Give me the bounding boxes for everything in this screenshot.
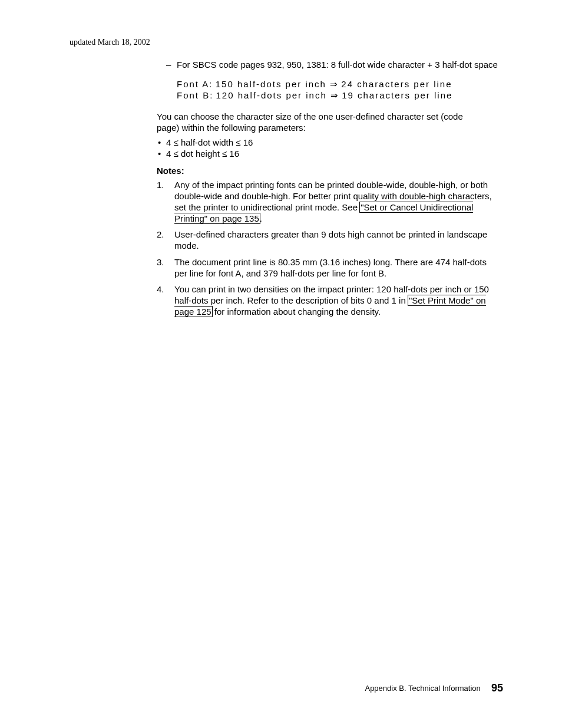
font-b-label: Font B: — [177, 90, 213, 100]
font-a-label: Font A: — [177, 79, 213, 89]
header-date: updated March 18, 2002 — [70, 37, 150, 48]
note1-post: . — [260, 213, 262, 223]
note4-post: for information about changing the densi… — [212, 307, 381, 317]
intro-paragraph: You can choose the character size of the… — [157, 111, 501, 133]
list-number: 1. — [157, 179, 164, 190]
footer-page-number: 95 — [491, 682, 503, 694]
bullet-list: • 4 ≤ half-dot width ≤ 16 • 4 ≤ dot heig… — [157, 137, 501, 159]
dash-icon: – — [166, 59, 171, 70]
arrow-icon: ⇒ — [330, 90, 338, 100]
bullet-icon: • — [158, 137, 161, 148]
list-number: 3. — [157, 256, 164, 268]
bullet-item: • 4 ≤ dot height ≤ 16 — [157, 148, 501, 159]
dash-list-item: – For SBCS code pages 932, 950, 1381: 8 … — [157, 59, 501, 70]
font-b-line: Font B: 120 half-dots per inch ⇒ 19 char… — [177, 90, 501, 101]
font-a-dpi: 150 half-dots per inch — [216, 79, 326, 89]
note-item-2: 2. User-defined characters greater than … — [157, 229, 501, 251]
arrow-icon: ⇒ — [330, 79, 338, 89]
para1-line2: page) within the following parameters: — [157, 122, 501, 133]
list-number: 2. — [157, 229, 164, 240]
notes-heading: Notes: — [157, 165, 501, 176]
note-item-4: 4. You can print in two densities on the… — [157, 284, 501, 318]
note-item-1: 1. Any of the impact printing fonts can … — [157, 179, 501, 225]
font-b-dpi: 120 half-dots per inch — [216, 90, 327, 100]
bullet-text: 4 ≤ dot height ≤ 16 — [166, 149, 239, 159]
note3-text: The document print line is 80.35 mm (3.1… — [174, 257, 487, 278]
page-footer: Appendix B. Technical Information 95 — [0, 681, 562, 695]
font-a-line: Font A: 150 half-dots per inch ⇒ 24 char… — [177, 78, 501, 90]
note-item-3: 3. The document print line is 80.35 mm (… — [157, 256, 501, 279]
note2-text: User-defined characters greater than 9 d… — [174, 229, 487, 251]
font-spec-block: Font A: 150 half-dots per inch ⇒ 24 char… — [157, 78, 501, 101]
bullet-item: • 4 ≤ half-dot width ≤ 16 — [157, 137, 501, 148]
font-a-cpl: 24 characters per line — [341, 79, 452, 89]
para1-line1: You can choose the character size of the… — [157, 111, 501, 122]
bullet-icon: • — [158, 148, 161, 159]
font-b-cpl: 19 characters per line — [342, 90, 452, 100]
dash-item-text: For SBCS code pages 932, 950, 1381: 8 fu… — [177, 60, 498, 70]
list-number: 4. — [157, 284, 164, 295]
body-content: – For SBCS code pages 932, 950, 1381: 8 … — [157, 59, 501, 322]
bullet-text: 4 ≤ half-dot width ≤ 16 — [166, 137, 253, 147]
footer-appendix: Appendix B. Technical Information — [365, 684, 480, 693]
page: updated March 18, 2002 – For SBCS code p… — [0, 0, 562, 728]
